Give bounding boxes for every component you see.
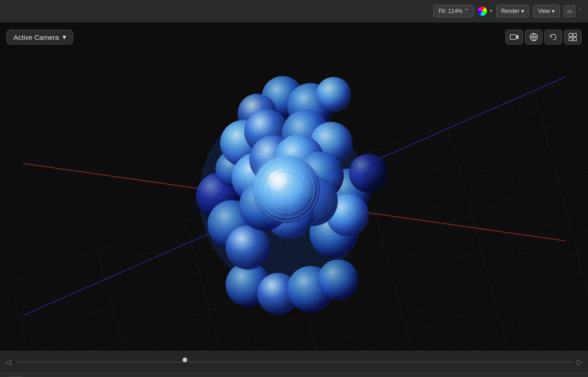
window-mode-button[interactable]: ▭ (563, 5, 575, 17)
top-toolbar: Fit: 114% ⌃ ▾ Render ▾ View ▾ ▭ ⌃ (0, 0, 588, 22)
svg-rect-59 (510, 35, 516, 39)
render-chevron: ▾ (521, 8, 524, 14)
transform-mode-button[interactable] (525, 30, 543, 44)
bottom-toolbar: ▾ ▾ ▾ (0, 372, 588, 377)
viewport: Active Camera ▾ (0, 22, 588, 351)
camera-mode-button[interactable] (506, 30, 523, 44)
render-group: Render ▾ (496, 5, 529, 18)
color-group: ▾ (478, 6, 493, 16)
camera-label-text: Active Camera (13, 33, 59, 41)
fit-value: 114% (448, 8, 462, 14)
timeline-start-marker[interactable]: ◁ (6, 358, 11, 366)
camera-chevron-icon: ▾ (63, 33, 66, 41)
layout-button[interactable] (564, 30, 582, 44)
window-group: ▭ ⌃ (563, 5, 582, 17)
grid-background (0, 22, 588, 351)
render-button[interactable]: Render ▾ (496, 5, 529, 18)
fit-chevron: ⌃ (464, 8, 469, 14)
window-chevron[interactable]: ⌃ (578, 8, 582, 14)
svg-marker-60 (516, 35, 518, 39)
color-chevron[interactable]: ▾ (490, 8, 493, 14)
window-icon: ▭ (567, 8, 572, 14)
view-button[interactable]: View ▾ (533, 5, 560, 18)
reset-button[interactable] (544, 30, 562, 44)
svg-rect-65 (569, 33, 572, 37)
view-group: View ▾ (533, 5, 560, 18)
timeline-end-marker[interactable]: ▷ (577, 358, 582, 366)
color-swatch[interactable] (478, 6, 487, 16)
render-label: Render (501, 8, 519, 14)
viewport-controls (506, 30, 582, 44)
camera-label: Active Camera ▾ (6, 30, 73, 44)
fit-button[interactable]: Fit: 114% ⌃ (433, 5, 474, 18)
view-chevron: ▾ (552, 8, 555, 14)
svg-rect-66 (573, 33, 576, 37)
svg-rect-67 (569, 38, 572, 41)
svg-rect-68 (573, 38, 576, 41)
camera-dropdown[interactable]: Active Camera ▾ (6, 30, 73, 44)
timeline-playhead[interactable] (183, 358, 187, 362)
timeline-track[interactable] (16, 361, 572, 363)
fit-group: Fit: 114% ⌃ (433, 5, 474, 18)
timeline-bar: ◁ ▷ (0, 351, 588, 372)
view-label: View (538, 8, 550, 14)
fit-label: Fit: (438, 8, 446, 14)
